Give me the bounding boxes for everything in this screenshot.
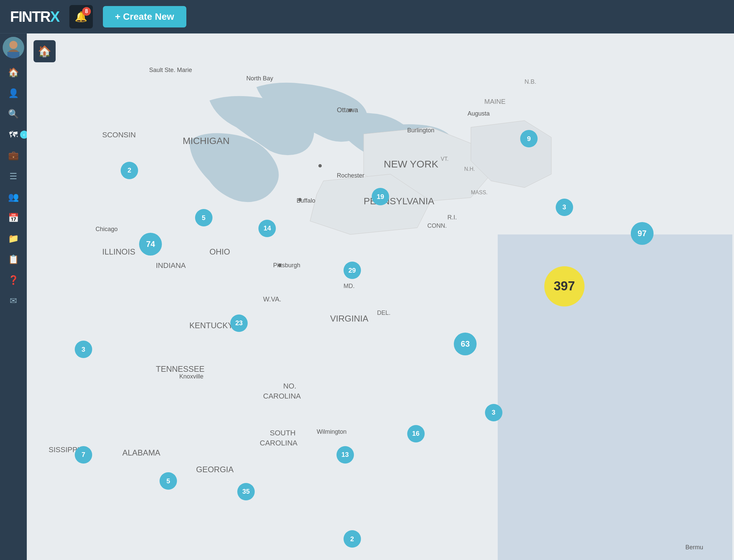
person-icon: 👤	[8, 88, 19, 98]
svg-text:SCONSIN: SCONSIN	[102, 131, 136, 139]
notepad-icon: 📋	[8, 254, 19, 265]
map-marker-m11[interactable]: 23	[230, 314, 248, 332]
map-marker-m18[interactable]: 5	[160, 472, 177, 490]
svg-text:NEW YORK: NEW YORK	[384, 158, 438, 169]
sidebar-item-folder[interactable]: 📁	[3, 229, 23, 248]
svg-text:Augusta: Augusta	[468, 110, 490, 117]
map-home-button[interactable]: 🏠	[34, 40, 56, 62]
map-marker-m20[interactable]: 2	[344, 530, 361, 548]
help-icon: ❓	[8, 275, 19, 285]
map-marker-m17[interactable]: 7	[75, 446, 92, 464]
map-marker-m5[interactable]: 19	[372, 188, 389, 205]
map-marker-m2[interactable]: 74	[139, 233, 162, 256]
svg-text:Knoxville: Knoxville	[179, 373, 203, 380]
svg-text:Burlington: Burlington	[407, 127, 434, 134]
sidebar-item-team[interactable]: 👥	[3, 188, 23, 206]
svg-text:Wilmington: Wilmington	[317, 428, 347, 435]
map-marker-m9[interactable]: 397	[544, 266, 585, 306]
notification-badge: 8	[82, 7, 91, 16]
svg-text:DEL.: DEL.	[377, 309, 390, 316]
create-new-button[interactable]: + Create New	[103, 6, 186, 27]
sidebar-item-list[interactable]: ☰	[3, 167, 23, 186]
svg-text:NO.: NO.	[283, 382, 296, 390]
svg-text:INDIANA: INDIANA	[156, 261, 186, 270]
svg-text:OHIO: OHIO	[209, 247, 230, 256]
map-marker-m19[interactable]: 35	[237, 483, 255, 500]
svg-text:ILLINOIS: ILLINOIS	[102, 247, 135, 256]
svg-text:R.I.: R.I.	[447, 214, 457, 221]
svg-text:CAROLINA: CAROLINA	[260, 439, 298, 447]
map-marker-m14[interactable]: 3	[485, 404, 502, 421]
svg-text:VIRGINIA: VIRGINIA	[330, 313, 369, 324]
svg-point-46	[318, 164, 322, 167]
calendar-icon: 📅	[8, 213, 19, 223]
sidebar-item-home[interactable]: 🏠	[3, 63, 23, 82]
map-marker-m3[interactable]: 5	[195, 209, 212, 226]
svg-text:GEORGIA: GEORGIA	[196, 465, 234, 474]
notification-button[interactable]: 🔔 8	[69, 5, 93, 28]
svg-text:W.VA.: W.VA.	[263, 295, 281, 303]
svg-text:CONN.: CONN.	[427, 222, 447, 229]
sidebar: 🏠 👤 🔍 🗺 ‹ 💼 ☰ 👥 📅 📁 📋 ❓	[0, 33, 27, 560]
map-marker-m16[interactable]: 13	[337, 446, 354, 464]
main-layout: 🏠 👤 🔍 🗺 ‹ 💼 ☰ 👥 📅 📁 📋 ❓	[0, 33, 734, 560]
svg-text:TENNESSEE: TENNESSEE	[156, 364, 204, 373]
svg-text:Rochester: Rochester	[337, 172, 364, 179]
svg-text:N.H.: N.H.	[464, 166, 475, 172]
map-marker-m8[interactable]: 97	[631, 222, 654, 245]
sidebar-item-search[interactable]: 🔍	[3, 104, 23, 123]
map-container: 🏠	[27, 33, 734, 560]
svg-text:MICHIGAN: MICHIGAN	[183, 136, 230, 146]
map-marker-m4[interactable]: 14	[258, 220, 276, 237]
svg-text:VT.: VT.	[441, 156, 448, 162]
folder-icon: 📁	[8, 233, 19, 244]
map-marker-m15[interactable]: 16	[407, 425, 425, 442]
sidebar-item-map[interactable]: 🗺 ‹	[3, 125, 23, 144]
svg-text:MD.: MD.	[344, 283, 355, 289]
svg-text:Pittsburgh: Pittsburgh	[273, 262, 300, 269]
sidebar-item-notepad[interactable]: 📋	[3, 250, 23, 269]
svg-rect-6	[498, 234, 732, 560]
svg-text:Sault Ste. Marie: Sault Ste. Marie	[149, 67, 192, 73]
sidebar-item-person[interactable]: 👤	[3, 84, 23, 102]
map-marker-m12[interactable]: 63	[454, 333, 477, 355]
logo-x: X	[50, 8, 59, 25]
map-marker-m10[interactable]: 29	[344, 262, 361, 279]
mail-icon: ✉	[10, 296, 17, 306]
sidebar-item-help[interactable]: ❓	[3, 271, 23, 289]
svg-point-49	[349, 109, 352, 112]
svg-text:KENTUCKY: KENTUCKY	[189, 321, 233, 330]
sidebar-item-briefcase[interactable]: 💼	[3, 146, 23, 165]
svg-text:ALABAMA: ALABAMA	[122, 448, 160, 457]
map-icon: 🗺	[9, 130, 18, 140]
svg-text:Chicago: Chicago	[96, 226, 118, 232]
sidebar-item-mail[interactable]: ✉	[3, 291, 23, 310]
svg-point-47	[298, 198, 302, 201]
svg-text:MASS.: MASS.	[471, 190, 488, 195]
logo-text: FINTRX	[10, 8, 59, 25]
svg-text:Bermu: Bermu	[685, 544, 703, 551]
sidebar-item-calendar[interactable]: 📅	[3, 208, 23, 227]
map-marker-m7[interactable]: 3	[556, 199, 573, 216]
svg-text:MAINE: MAINE	[484, 98, 505, 105]
svg-text:N.B.: N.B.	[525, 78, 536, 85]
home-icon: 🏠	[8, 67, 19, 78]
svg-text:North Bay: North Bay	[246, 75, 273, 82]
search-icon: 🔍	[8, 109, 19, 119]
map-home-icon: 🏠	[38, 45, 51, 58]
svg-point-48	[278, 264, 282, 267]
list-icon: ☰	[9, 171, 17, 182]
map-marker-m13[interactable]: 3	[75, 341, 92, 358]
briefcase-icon: 💼	[8, 150, 19, 161]
avatar	[3, 37, 24, 58]
svg-text:SOUTH: SOUTH	[270, 429, 296, 437]
map-marker-m1[interactable]: 2	[121, 162, 138, 179]
map-marker-m6[interactable]: 9	[520, 130, 538, 147]
team-icon: 👥	[8, 192, 19, 202]
svg-rect-3	[7, 52, 19, 58]
svg-text:CAROLINA: CAROLINA	[263, 392, 301, 400]
logo: FINTRX	[10, 8, 59, 25]
header: FINTRX 🔔 8 + Create New	[0, 0, 734, 33]
svg-point-1	[9, 41, 17, 49]
map-svg: MICHIGAN SCONSIN ILLINOIS INDIANA OHIO P…	[27, 33, 734, 560]
